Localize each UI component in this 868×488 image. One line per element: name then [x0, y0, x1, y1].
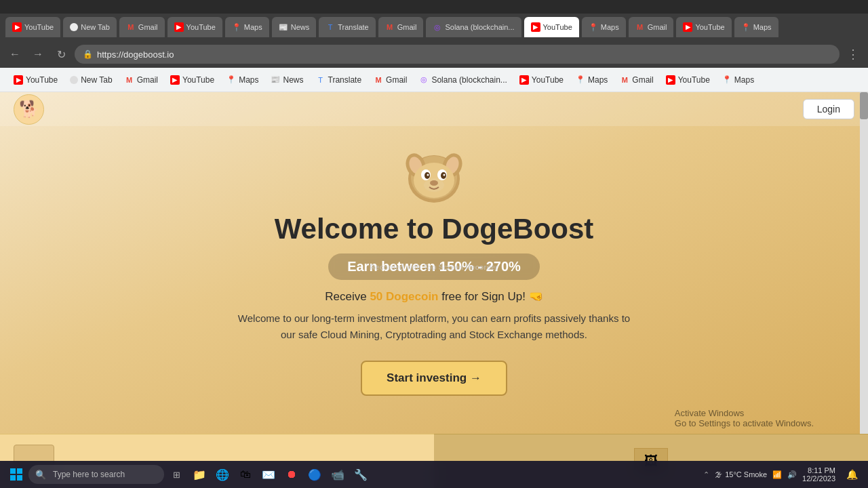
extra-app-button[interactable]: 🔧: [350, 464, 372, 485]
speaker-icon: 🔊: [787, 470, 797, 479]
gmail-bm-icon-2: M: [374, 75, 383, 85]
start-investing-button[interactable]: Start investing →: [361, 361, 507, 396]
tab-translate[interactable]: T Translate: [319, 17, 375, 37]
date-display: 12/2/2023: [802, 474, 835, 483]
bookmark-translate[interactable]: T Translate: [311, 73, 368, 87]
store-icon: 🛍: [240, 468, 251, 481]
tab-maps-2[interactable]: 📍 Maps: [582, 17, 626, 37]
forward-button[interactable]: →: [28, 45, 47, 64]
edge-icon: 🌐: [216, 468, 229, 481]
task-view-button[interactable]: ⊞: [165, 464, 187, 485]
file-explorer-button[interactable]: 📁: [189, 464, 210, 485]
news-favicon: 📰: [279, 22, 288, 32]
doge-logo-icon: 🐕: [19, 100, 39, 119]
bookmark-youtube-2[interactable]: ▶ YouTube: [165, 73, 220, 87]
notification-icon: 🔔: [846, 469, 858, 480]
tab-youtube-2[interactable]: ▶ YouTube: [167, 17, 222, 37]
bookmarks-bar: ▶ YouTube New Tab M Gmail ▶ YouTube 📍 Ma…: [0, 68, 868, 92]
gmail-bm-icon-3: M: [620, 75, 629, 85]
wifi-icon: 📶: [772, 470, 782, 479]
notification-button[interactable]: 🔔: [841, 464, 863, 485]
tab-solana[interactable]: ◎ Solana (blockchain...: [426, 17, 521, 37]
bookmark-gmail-2[interactable]: M Gmail: [368, 73, 412, 87]
yt-bm-icon-3: ▶: [519, 75, 529, 85]
doge-mascot: [403, 146, 465, 207]
bookmark-gmail-3[interactable]: M Gmail: [614, 73, 658, 87]
youtube-favicon-2: ▶: [174, 22, 184, 32]
extra-app-icon: 🔧: [354, 468, 368, 481]
bookmark-maps-2[interactable]: 📍 Maps: [570, 73, 613, 87]
bookmark-new-tab[interactable]: New Tab: [64, 73, 117, 87]
bookmark-gmail-1[interactable]: M Gmail: [119, 73, 163, 87]
maps-bm-icon-3: 📍: [722, 75, 732, 85]
earn-badge-text: Earn between 150% - 270%: [347, 259, 521, 274]
bookmark-solana[interactable]: ◎ Solana (blockchain...: [414, 73, 512, 87]
bookmark-news[interactable]: 📰 News: [265, 73, 309, 87]
svg-rect-17: [10, 475, 16, 481]
yt-bm-icon-2: ▶: [170, 75, 180, 85]
reload-button[interactable]: ↻: [52, 45, 71, 64]
clock-display[interactable]: 8:11 PM 12/2/2023: [802, 466, 835, 483]
activate-windows-notice: Activate Windows Go to Settings to activ…: [675, 408, 814, 428]
gmail-favicon-2: M: [385, 22, 395, 32]
tab-gmail-2[interactable]: M Gmail: [378, 17, 424, 37]
chrome-extensions-icon[interactable]: ⋮: [844, 45, 863, 64]
bookmark-youtube-1[interactable]: ▶ YouTube: [8, 73, 63, 87]
maps-favicon-2: 📍: [589, 22, 598, 32]
weather-display: 🌫 15°C Smoke: [715, 470, 767, 479]
site-logo: 🐕: [14, 94, 44, 125]
volume-icon[interactable]: 🔊: [787, 470, 797, 479]
solana-bm-icon: ◎: [419, 75, 429, 85]
page-content: 🐕 Login: [0, 92, 868, 488]
tab-gmail-3[interactable]: M Gmail: [629, 17, 674, 37]
tab-youtube-3[interactable]: ▶ YouTube: [524, 17, 579, 37]
youtube-favicon-3: ▶: [531, 22, 540, 32]
tab-gmail-1[interactable]: M Gmail: [119, 17, 165, 37]
tab-maps-1[interactable]: 📍 Maps: [225, 17, 269, 37]
edge-browser-button[interactable]: 🌐: [212, 464, 233, 485]
chrome-button[interactable]: 🔵: [304, 464, 326, 485]
video-button[interactable]: 📹: [327, 464, 349, 485]
back-button[interactable]: ←: [5, 45, 24, 64]
time-display: 8:11 PM: [802, 466, 835, 474]
tab-news[interactable]: 📰 News: [272, 17, 317, 37]
store-button[interactable]: 🛍: [235, 464, 256, 485]
svg-rect-16: [17, 468, 22, 474]
weather-icon: 🌫: [715, 470, 722, 479]
description-text: Welcome to our long-term investment plat…: [237, 310, 631, 343]
maps-bm-icon-2: 📍: [576, 75, 585, 85]
new-tab-bm-icon: [70, 76, 78, 84]
gmail-favicon-3: M: [635, 22, 645, 32]
taskbar-search-box[interactable]: 🔍 Type here to search: [28, 465, 164, 484]
tab-new[interactable]: New Tab: [63, 17, 117, 37]
svg-rect-15: [10, 468, 16, 474]
login-button[interactable]: Login: [803, 99, 854, 119]
address-bar[interactable]: 🔒 https://dogeboost.io: [75, 45, 840, 64]
youtube-favicon-1: ▶: [12, 22, 22, 32]
scrollbar[interactable]: [860, 92, 868, 488]
search-icon: 🔍: [35, 470, 46, 480]
free-dogecoin-line: Receive 50 Dogecoin free for Sign Up! 🤜: [325, 289, 542, 304]
tabs-bar: ▶ YouTube New Tab M Gmail ▶ YouTube 📍 Ma…: [0, 14, 868, 41]
translate-favicon: T: [326, 22, 335, 32]
bookmark-youtube-3[interactable]: ▶ YouTube: [514, 73, 569, 87]
recorder-button[interactable]: ⏺: [281, 464, 302, 485]
bookmark-maps-1[interactable]: 📍 Maps: [221, 73, 264, 87]
svg-point-14: [424, 178, 444, 192]
taskbar-right-area: ⌃ 🌫 15°C Smoke 📶 🔊 8:11 PM 12/2/2023 🔔: [703, 464, 863, 485]
tab-youtube-1[interactable]: ▶ YouTube: [5, 17, 60, 37]
start-button[interactable]: [5, 464, 27, 485]
bookmark-youtube-4[interactable]: ▶ YouTube: [660, 73, 715, 87]
system-tray[interactable]: ⌃: [703, 470, 709, 479]
scrollbar-thumb[interactable]: [860, 92, 868, 119]
taskbar: 🔍 Type here to search ⊞ 📁 🌐 🛍 ✉️ ⏺ 🔵 📹 🔧…: [0, 461, 868, 488]
bookmark-maps-3[interactable]: 📍 Maps: [717, 73, 760, 87]
tab-maps-3[interactable]: 📍 Maps: [734, 17, 778, 37]
svg-rect-18: [17, 475, 22, 481]
network-icon[interactable]: 📶: [772, 470, 782, 479]
dogecoin-amount: 50 Dogecoin: [370, 290, 438, 303]
solana-favicon: ◎: [433, 22, 442, 32]
tab-youtube-4[interactable]: ▶ YouTube: [676, 17, 731, 37]
mail-button[interactable]: ✉️: [258, 464, 279, 485]
youtube-favicon-4: ▶: [683, 22, 692, 32]
